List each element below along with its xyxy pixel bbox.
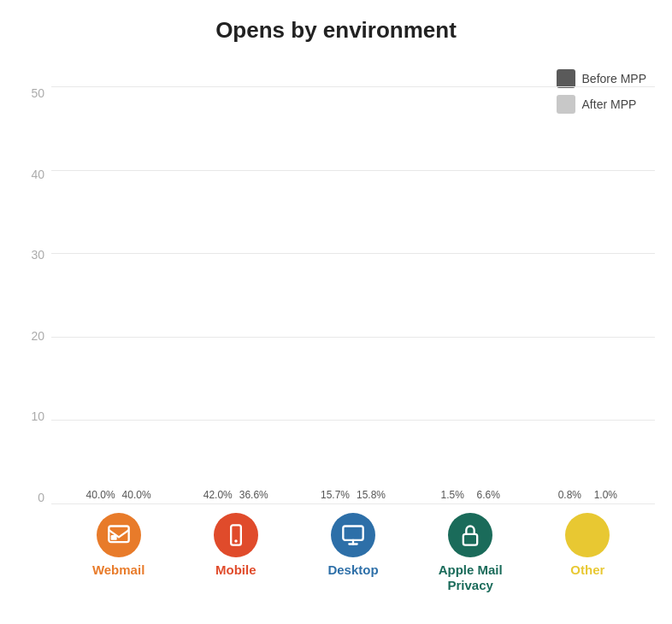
bar-group: 0.8%1.0%	[554, 489, 621, 504]
after-bar-wrapper: 40.0%	[121, 489, 152, 504]
bars: 1.5%6.6%	[437, 489, 504, 504]
bar-group: 15.7%15.8%	[320, 489, 386, 504]
mobile-icon	[214, 513, 258, 557]
y-axis-label: 40	[31, 168, 51, 181]
after-bar-label: 40.0%	[122, 489, 151, 501]
icon-label-area: Webmail Mobile Desktop Apple Mail Privac…	[51, 504, 655, 615]
chart-main: Before MPPAfter MPP 40.0%40.0%42.0%36.6%…	[51, 61, 655, 615]
svg-rect-4	[343, 527, 363, 540]
y-axis: 01020304050	[17, 61, 51, 615]
y-axis-label: 20	[31, 329, 51, 343]
before-bar-wrapper: 40.0%	[85, 489, 116, 504]
bars: 42.0%36.6%	[203, 489, 269, 504]
env-name: Desktop	[327, 562, 378, 578]
after-bar-wrapper: 36.6%	[239, 489, 269, 504]
after-bar-label: 15.8%	[357, 489, 386, 501]
before-bar-wrapper: 1.5%	[437, 489, 468, 504]
bars-row: 40.0%40.0%42.0%36.6%15.7%15.8%1.5%6.6%0.…	[51, 86, 655, 504]
before-bar-label: 15.7%	[321, 489, 350, 501]
env-name: Other	[570, 562, 604, 578]
before-bar-label: 40.0%	[86, 489, 115, 501]
after-bar-label: 1.0%	[594, 489, 617, 501]
env-label: Webmail	[76, 513, 162, 578]
before-bar-label: 0.8%	[558, 489, 581, 501]
env-name: Webmail	[92, 562, 144, 578]
after-bar-label: 6.6%	[476, 489, 499, 501]
after-bar-wrapper: 15.8%	[356, 489, 386, 504]
bars: 0.8%1.0%	[554, 489, 621, 504]
bar-group: 40.0%40.0%	[85, 489, 152, 504]
svg-rect-7	[463, 534, 477, 545]
env-name: Mobile	[215, 562, 256, 578]
lock-icon	[448, 513, 492, 557]
before-bar-label: 1.5%	[440, 489, 463, 501]
y-axis-label: 10	[31, 409, 51, 423]
env-label: Other	[545, 513, 630, 578]
other-icon	[565, 513, 610, 557]
bars: 15.7%15.8%	[320, 489, 386, 504]
after-bar-label: 36.6%	[239, 489, 268, 501]
desktop-icon	[331, 513, 375, 557]
env-label: Desktop	[310, 513, 396, 578]
before-bar-wrapper: 42.0%	[203, 489, 233, 504]
before-bar-label: 42.0%	[203, 489, 233, 501]
svg-rect-1	[110, 535, 116, 540]
chart-area: 01020304050 Before MPPAfter MPP 40.0%40.…	[17, 61, 655, 615]
after-bar-wrapper: 1.0%	[590, 489, 621, 504]
y-axis-label: 0	[38, 491, 51, 504]
bars: 40.0%40.0%	[85, 489, 152, 504]
before-bar-wrapper: 0.8%	[554, 489, 585, 504]
y-axis-label: 50	[31, 86, 51, 100]
before-bar-wrapper: 15.7%	[320, 489, 351, 504]
y-axis-label: 30	[31, 248, 51, 262]
grid-and-bars: 40.0%40.0%42.0%36.6%15.7%15.8%1.5%6.6%0.…	[51, 61, 655, 615]
webmail-icon	[97, 513, 141, 557]
env-label: Mobile	[193, 513, 279, 578]
after-bar-wrapper: 6.6%	[473, 489, 504, 504]
bar-group: 42.0%36.6%	[203, 489, 269, 504]
env-label: Apple Mail Privacy	[427, 513, 513, 593]
chart-title: Opens by environment	[215, 17, 457, 44]
chart-container: Opens by environment 01020304050 Before …	[0, 0, 672, 624]
env-name: Apple Mail Privacy	[427, 562, 513, 593]
bar-group: 1.5%6.6%	[437, 489, 504, 504]
